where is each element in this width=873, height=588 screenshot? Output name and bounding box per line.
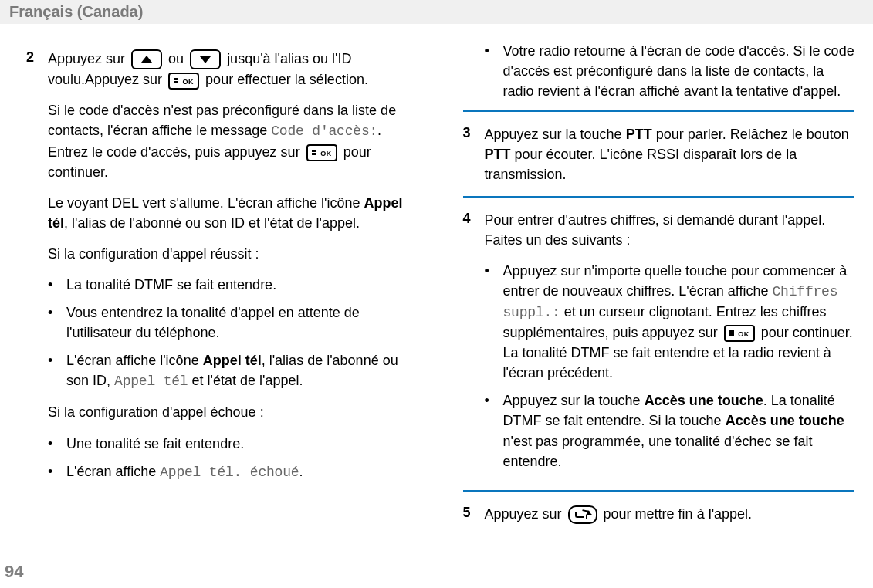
list-item: Votre radio retourne à l'écran de code d… bbox=[485, 41, 855, 101]
step4-intro: Pour entrer d'autres chiffres, si demand… bbox=[485, 210, 855, 250]
step-2: 2 Appuyez sur ou jusqu'à l'alias ou l'ID… bbox=[26, 41, 418, 490]
step-body: Appuyez sur ou jusqu'à l'alias ou l'ID v… bbox=[48, 49, 418, 490]
back-home-icon bbox=[568, 505, 597, 524]
step-body: Appuyez sur pour mettre fin à l'appel. bbox=[485, 504, 855, 524]
step-body: Pour entrer d'autres chiffres, si demand… bbox=[485, 210, 855, 479]
step-number: 2 bbox=[26, 49, 48, 490]
separator bbox=[463, 490, 855, 492]
step2-para3: Le voyant DEL vert s'allume. L'écran aff… bbox=[48, 193, 418, 233]
continuation-block: Votre radio retourne à l'écran de code d… bbox=[463, 41, 855, 101]
separator bbox=[463, 110, 855, 112]
list-item: L'écran affiche l'icône Appel tél, l'ali… bbox=[48, 350, 418, 391]
step-number: 5 bbox=[463, 504, 485, 524]
header-title: Français (Canada) bbox=[9, 3, 143, 20]
left-column: 2 Appuyez sur ou jusqu'à l'alias ou l'ID… bbox=[26, 41, 418, 535]
list-item: Appuyez sur n'importe quelle touche pour… bbox=[485, 261, 855, 384]
separator bbox=[463, 196, 855, 198]
ok-button-icon bbox=[306, 144, 337, 161]
ok-button-icon bbox=[724, 325, 755, 342]
list-item: Vous entendrez la tonalité d'appel en at… bbox=[48, 302, 418, 343]
step2-para4: Si la configuration d'appel réussit : bbox=[48, 244, 418, 264]
ok-button-icon bbox=[168, 73, 199, 90]
fail-list: Une tonalité se fait entendre. L'écran a… bbox=[48, 434, 418, 482]
cont-list: Votre radio retourne à l'écran de code d… bbox=[485, 41, 855, 101]
step-4: 4 Pour entrer d'autres chiffres, si dema… bbox=[463, 202, 855, 479]
success-list: La tonalité DTMF se fait entendre. Vous … bbox=[48, 275, 418, 391]
right-column: Votre radio retourne à l'écran de code d… bbox=[463, 41, 855, 535]
step-number: 4 bbox=[463, 210, 485, 479]
down-arrow-icon bbox=[190, 49, 221, 69]
step2-para1: Appuyez sur ou jusqu'à l'alias ou l'ID v… bbox=[48, 49, 418, 90]
list-item: La tonalité DTMF se fait entendre. bbox=[48, 275, 418, 295]
step2-para5: Si la configuration d'appel échoue : bbox=[48, 402, 418, 422]
content-columns: 2 Appuyez sur ou jusqu'à l'alias ou l'ID… bbox=[0, 24, 873, 535]
step4-list: Appuyez sur n'importe quelle touche pour… bbox=[485, 261, 855, 471]
step3-text: Appuyez sur la touche PTT pour parler. R… bbox=[485, 124, 855, 184]
step5-text: Appuyez sur pour mettre fin à l'appel. bbox=[485, 504, 855, 524]
up-arrow-icon bbox=[131, 49, 162, 69]
step-body: Appuyez sur la touche PTT pour parler. R… bbox=[485, 124, 855, 184]
list-item: Appuyez sur la touche Accès une touche. … bbox=[485, 390, 855, 471]
list-item: L'écran affiche Appel tél. échoué. bbox=[48, 461, 418, 482]
page-number: 94 bbox=[5, 562, 23, 582]
step-5: 5 Appuyez sur pour mettre fin à l'appel. bbox=[463, 496, 855, 524]
step-number: 3 bbox=[463, 124, 485, 184]
list-item: Une tonalité se fait entendre. bbox=[48, 434, 418, 454]
step2-para2: Si le code d'accès n'est pas préconfigur… bbox=[48, 100, 418, 181]
step-3: 3 Appuyez sur la touche PTT pour parler.… bbox=[463, 117, 855, 184]
page-header: Français (Canada) bbox=[0, 0, 873, 24]
